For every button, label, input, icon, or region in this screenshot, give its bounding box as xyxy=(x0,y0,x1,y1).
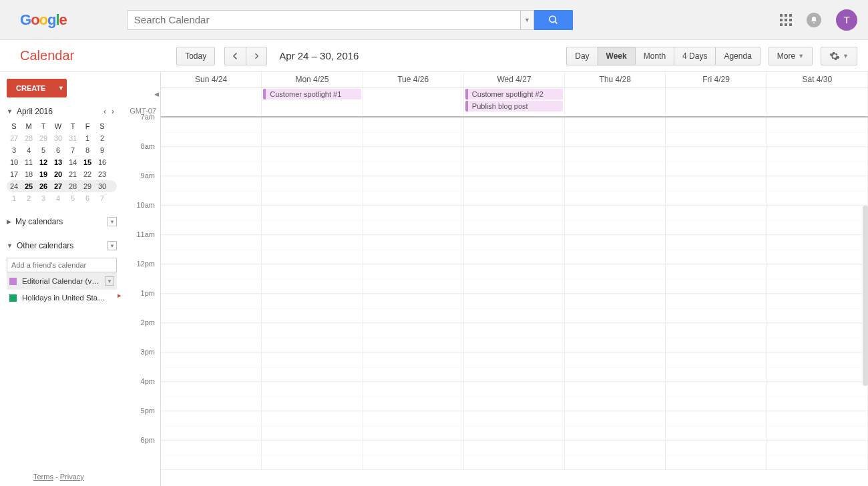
hour-slot[interactable] xyxy=(666,264,766,294)
mini-day[interactable]: 10 xyxy=(7,156,21,168)
hour-slot[interactable] xyxy=(262,147,362,176)
mini-day[interactable]: 26 xyxy=(36,180,51,192)
mini-day[interactable]: 24 xyxy=(7,180,21,192)
mini-calendar[interactable]: SMTWTFS272829303112345678910111213141516… xyxy=(7,120,117,204)
hour-slot[interactable] xyxy=(565,382,665,411)
more-button[interactable]: More▼ xyxy=(769,47,813,65)
hour-slot[interactable] xyxy=(565,117,665,147)
mini-day[interactable]: 31 xyxy=(65,132,80,144)
other-calendars-toggle[interactable]: ▼ Other calendars ▼ xyxy=(7,239,117,252)
hour-slot[interactable] xyxy=(767,411,867,441)
hour-slot[interactable] xyxy=(767,264,867,294)
hour-slot[interactable] xyxy=(262,117,362,147)
my-calendars-toggle[interactable]: ▶ My calendars ▼ xyxy=(7,215,117,228)
hour-slot[interactable] xyxy=(161,117,261,147)
hour-slot[interactable] xyxy=(464,411,564,441)
allday-column[interactable] xyxy=(161,87,262,116)
hour-slot[interactable] xyxy=(565,323,665,352)
allday-column[interactable] xyxy=(363,87,464,116)
mini-day[interactable]: 3 xyxy=(7,144,21,156)
calendar-item[interactable]: Holidays in United Sta… xyxy=(7,290,117,306)
prev-button[interactable] xyxy=(224,47,246,65)
hour-slot[interactable] xyxy=(262,411,362,441)
hour-slot[interactable] xyxy=(363,411,463,441)
hour-slot[interactable] xyxy=(767,441,867,470)
mini-day[interactable]: 7 xyxy=(95,192,110,204)
hour-slot[interactable] xyxy=(161,147,261,176)
hour-slot[interactable] xyxy=(363,206,463,235)
allday-column[interactable] xyxy=(767,87,868,116)
allday-column[interactable]: Customer spotlight #1 xyxy=(262,87,363,116)
hour-slot[interactable] xyxy=(767,206,867,235)
today-button[interactable]: Today xyxy=(176,47,215,65)
hour-slot[interactable] xyxy=(464,176,564,206)
hour-slot[interactable] xyxy=(666,117,766,147)
view-agenda[interactable]: Agenda xyxy=(715,47,760,65)
avatar[interactable]: T xyxy=(836,9,857,31)
mini-day[interactable]: 16 xyxy=(95,156,110,168)
mini-day[interactable]: 5 xyxy=(65,192,80,204)
hour-slot[interactable] xyxy=(666,206,766,235)
hour-slot[interactable] xyxy=(161,176,261,206)
mini-day[interactable]: 30 xyxy=(95,180,110,192)
hour-slot[interactable] xyxy=(767,352,867,382)
day-column[interactable] xyxy=(161,117,262,470)
hour-slot[interactable] xyxy=(767,382,867,411)
hour-slot[interactable] xyxy=(464,323,564,352)
hour-slot[interactable] xyxy=(464,206,564,235)
mini-day[interactable]: 23 xyxy=(95,168,110,180)
mini-day[interactable]: 30 xyxy=(51,132,65,144)
hour-slot[interactable] xyxy=(363,264,463,294)
hour-slot[interactable] xyxy=(161,264,261,294)
privacy-link[interactable]: Privacy xyxy=(60,473,84,481)
search-button[interactable] xyxy=(534,10,573,30)
hour-slot[interactable] xyxy=(767,147,867,176)
mini-day[interactable]: 3 xyxy=(36,192,51,204)
hour-slot[interactable] xyxy=(767,117,867,147)
hour-slot[interactable] xyxy=(565,411,665,441)
hour-slot[interactable] xyxy=(464,117,564,147)
hour-slot[interactable] xyxy=(666,352,766,382)
hour-slot[interactable] xyxy=(767,323,867,352)
day-column[interactable] xyxy=(565,117,666,470)
search-options-dropdown[interactable]: ▼ xyxy=(521,10,534,30)
mini-day[interactable]: 5 xyxy=(36,144,51,156)
mini-day[interactable]: 12 xyxy=(36,156,51,168)
hour-slot[interactable] xyxy=(666,235,766,264)
hour-slot[interactable] xyxy=(161,411,261,441)
view-month[interactable]: Month xyxy=(635,47,674,65)
hour-slot[interactable] xyxy=(363,441,463,470)
create-dropdown[interactable]: ▼ xyxy=(55,79,67,97)
hour-slot[interactable] xyxy=(161,323,261,352)
hour-slot[interactable] xyxy=(565,441,665,470)
mini-day[interactable]: 11 xyxy=(21,156,36,168)
allday-event[interactable]: Publish blog post xyxy=(465,101,563,111)
mini-day[interactable]: 8 xyxy=(80,144,95,156)
mini-day[interactable]: 29 xyxy=(36,132,51,144)
next-button[interactable] xyxy=(246,47,267,65)
hour-slot[interactable] xyxy=(666,294,766,323)
hour-slot[interactable] xyxy=(363,382,463,411)
hour-slot[interactable] xyxy=(464,382,564,411)
hour-slot[interactable] xyxy=(262,382,362,411)
view-day[interactable]: Day xyxy=(566,47,597,65)
hour-slot[interactable] xyxy=(767,176,867,206)
hour-slot[interactable] xyxy=(666,411,766,441)
allday-column[interactable]: Customer spotlight #2Publish blog post xyxy=(464,87,565,116)
day-column[interactable] xyxy=(262,117,363,470)
mini-day[interactable]: 6 xyxy=(51,144,65,156)
allday-column[interactable] xyxy=(565,87,666,116)
view-week[interactable]: Week xyxy=(598,47,635,65)
hour-slot[interactable] xyxy=(262,176,362,206)
hour-slot[interactable] xyxy=(262,441,362,470)
mini-day[interactable]: 20 xyxy=(51,168,65,180)
hour-slot[interactable] xyxy=(464,235,564,264)
terms-link[interactable]: Terms xyxy=(33,473,53,481)
view-4days[interactable]: 4 Days xyxy=(674,47,715,65)
hour-slot[interactable] xyxy=(565,352,665,382)
hour-slot[interactable] xyxy=(565,147,665,176)
mini-day[interactable]: 6 xyxy=(80,192,95,204)
day-column[interactable] xyxy=(464,117,565,470)
hour-slot[interactable] xyxy=(262,206,362,235)
hour-slot[interactable] xyxy=(666,323,766,352)
